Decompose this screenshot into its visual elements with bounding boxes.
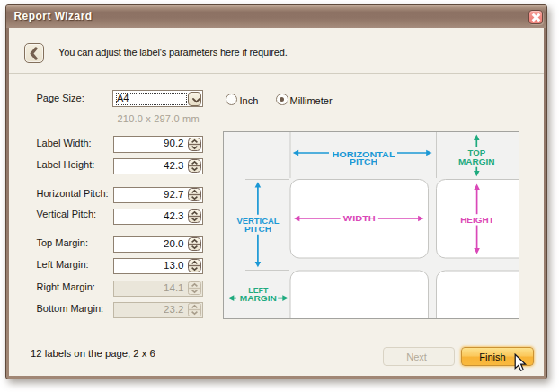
svg-text:WIDTH: WIDTH xyxy=(343,213,376,223)
svg-text:MARGIN: MARGIN xyxy=(240,293,277,303)
svg-text:HEIGHT: HEIGHT xyxy=(460,215,494,225)
svg-text:MARGIN: MARGIN xyxy=(458,156,495,166)
svg-text:PITCH: PITCH xyxy=(244,224,271,234)
svg-text:PITCH: PITCH xyxy=(350,156,377,166)
